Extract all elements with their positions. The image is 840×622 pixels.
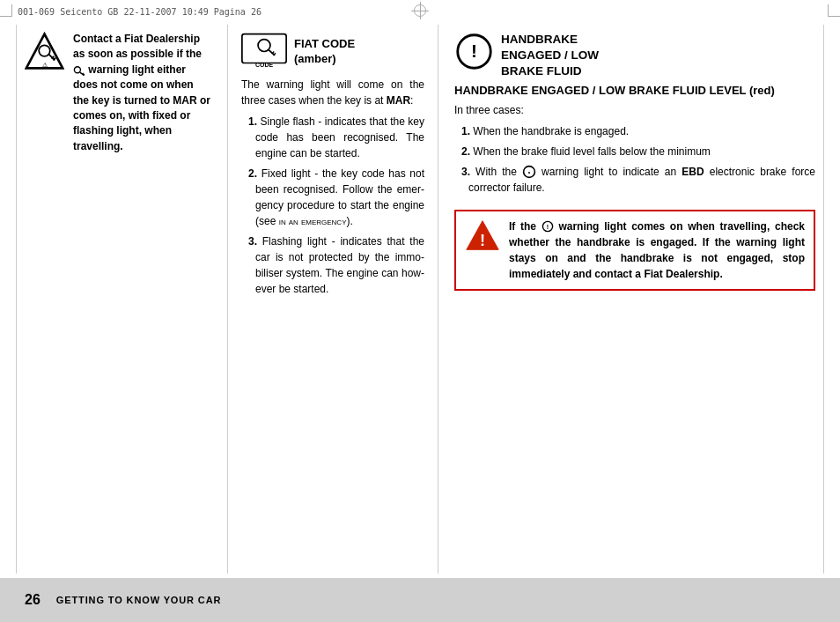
reg-mark-top	[414, 4, 426, 17]
hb-title-line3: BRAKE FLUID	[501, 63, 599, 79]
hb-title: HANDBRAKE ENGAGED / LOW BRAKE FLUID	[501, 32, 599, 80]
mid-step3: 3. Flashing light - indicates that the c…	[248, 233, 424, 297]
code-title-line2: (amber)	[294, 52, 355, 67]
code-title: FIAT CODE (amber)	[294, 37, 355, 67]
page-number: 26	[25, 592, 41, 608]
left-warning-strong: Contact a Fiat Dealer­ship as soon as po…	[73, 33, 202, 60]
crop-mark-tl-h	[0, 16, 12, 17]
border-left	[16, 25, 17, 574]
right-level-title: HANDBRAKE ENGAGED / LOW BRAKE FLUID LEVE…	[454, 84, 815, 97]
mid-step2-num: 2.	[248, 167, 257, 180]
key-icon-inline	[73, 64, 85, 77]
red-warning-text: If the ! warning light comes on when tra…	[509, 218, 805, 282]
right-step3: 3. With the • warning light to indicate …	[461, 164, 815, 196]
svg-line-8	[83, 72, 84, 73]
svg-text:•: •	[528, 169, 531, 177]
right-step2: 2. When the brake fluid level falls belo…	[461, 144, 815, 159]
right-step1: 1. When the handbrake is engaged.	[461, 123, 815, 139]
left-warning-text: Contact a Fiat Dealer­ship as soon as po…	[73, 32, 211, 154]
svg-text:!: !	[480, 231, 485, 248]
mid-step2-ref: in an emergency	[279, 216, 347, 226]
mid-step3-num: 3.	[248, 235, 257, 248]
right-body-text: In three cases: 1. When the handbrake is…	[454, 102, 815, 196]
col-mid: CODE FIAT CODE (amber) The warning light…	[227, 25, 438, 574]
right-step3-num: 3.	[461, 166, 470, 178]
handbrake-icon: !	[454, 32, 494, 71]
hb-title-line1: HANDBRAKE	[501, 32, 599, 48]
ebd-icon-inline: •	[522, 165, 536, 179]
crop-mark-tl-v	[11, 4, 12, 17]
red-triangle-icon: !	[465, 218, 500, 252]
svg-text:⚠: ⚠	[42, 61, 48, 69]
code-icon-wrap: CODE FIAT CODE (amber)	[241, 32, 424, 71]
fiat-code-icon: CODE	[241, 32, 287, 71]
right-step3-ebd: EBD	[682, 166, 704, 178]
mid-intro: The warning light will come on the three…	[241, 77, 424, 108]
svg-text:CODE: CODE	[255, 62, 273, 68]
svg-point-11	[258, 40, 270, 52]
page-header: 001-069 Seicento GB 22-11-2007 10:49 Pag…	[18, 7, 262, 17]
right-step2-num: 2.	[461, 145, 470, 158]
warning-box-left: ⚠ Contact a Fiat Dealer­ship as soon as …	[25, 32, 211, 154]
page-footer: 26 GETTING TO KNOW YOUR CAR	[0, 578, 840, 622]
col-right: ! HANDBRAKE ENGAGED / LOW BRAKE FLUID HA…	[438, 25, 815, 574]
mid-step1-num: 1.	[248, 115, 257, 128]
crop-mark-tr-h	[828, 16, 840, 17]
mid-mar: MAR	[387, 94, 410, 107]
svg-text:!: !	[547, 224, 549, 230]
code-title-line1: FIAT CODE	[294, 37, 355, 52]
hb-title-line2: ENGAGED / LOW	[501, 48, 599, 63]
crop-mark-tr-v	[828, 4, 829, 17]
border-right	[823, 25, 824, 574]
main-content: ⚠ Contact a Fiat Dealer­ship as soon as …	[25, 25, 815, 574]
hb-icon-wrap: ! HANDBRAKE ENGAGED / LOW BRAKE FLUID	[454, 32, 815, 80]
right-subtitle: In three cases:	[454, 102, 815, 118]
left-warning-strong2: warning light ei­ther does not come on w…	[73, 63, 210, 152]
mid-step2: 2. Fixed light - the key code has not be…	[248, 166, 424, 229]
svg-text:!: !	[471, 41, 477, 61]
hb-icon-inline: !	[542, 220, 554, 233]
right-step1-num: 1.	[461, 125, 470, 137]
svg-point-6	[74, 66, 80, 72]
mid-body-text: The warning light will come on the three…	[241, 77, 424, 297]
mid-step1: 1. Single flash - indicates that the key…	[248, 114, 424, 161]
red-warning-box: ! If the ! warning light comes on when t…	[454, 210, 815, 291]
svg-rect-10	[242, 34, 286, 63]
col-left: ⚠ Contact a Fiat Dealer­ship as soon as …	[25, 25, 227, 574]
warning-triangle-icon: ⚠	[25, 32, 64, 71]
footer-label: GETTING TO KNOW YOUR CAR	[56, 595, 222, 605]
